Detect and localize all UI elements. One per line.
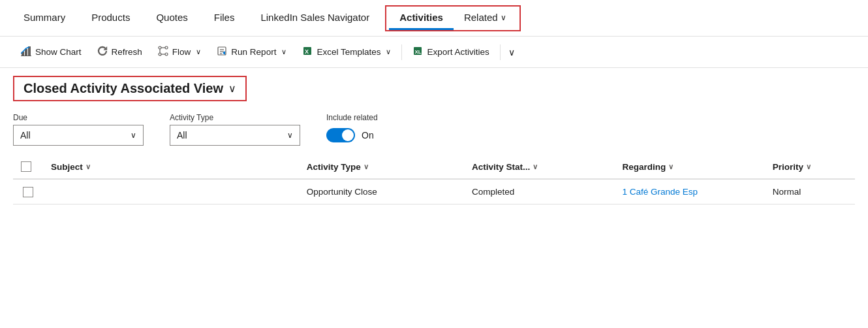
col-header-priority[interactable]: Priority ∨ bbox=[765, 155, 855, 179]
toggle-track bbox=[326, 128, 355, 142]
activity-type-filter-value: All bbox=[177, 130, 187, 140]
tab-products[interactable]: Products bbox=[81, 1, 140, 37]
toggle-on-label: On bbox=[362, 130, 374, 140]
table-header-row: Subject ∨ Activity Type ∨ Activity Stat.… bbox=[13, 155, 855, 179]
include-related-toggle-row: On bbox=[326, 125, 378, 146]
run-report-icon bbox=[217, 46, 227, 58]
activity-type-sort-icon: ∨ bbox=[364, 163, 369, 171]
run-report-button[interactable]: Run Report ∨ bbox=[209, 42, 294, 63]
include-related-group: Include related On bbox=[326, 113, 378, 146]
select-all-checkbox[interactable] bbox=[21, 161, 31, 172]
show-chart-icon bbox=[21, 46, 31, 58]
svg-text:XL: XL bbox=[415, 49, 422, 55]
tab-files[interactable]: Files bbox=[204, 1, 245, 37]
include-related-toggle[interactable] bbox=[326, 128, 355, 142]
svg-text:X: X bbox=[305, 48, 309, 55]
svg-point-7 bbox=[165, 53, 168, 56]
select-all-checkbox-cell[interactable] bbox=[13, 155, 43, 179]
due-filter-group: Due All ∨ bbox=[13, 113, 144, 146]
show-chart-label: Show Chart bbox=[35, 47, 82, 57]
more-options-icon: ∨ bbox=[508, 47, 515, 57]
flow-dropdown-icon: ∨ bbox=[196, 48, 201, 56]
row-subject bbox=[43, 179, 299, 204]
activity-type-filter-group: Activity Type All ∨ bbox=[170, 113, 300, 146]
col-header-activity-type[interactable]: Activity Type ∨ bbox=[299, 155, 464, 179]
view-title-chevron-icon: ∨ bbox=[228, 82, 236, 95]
due-filter-label: Due bbox=[13, 113, 144, 122]
include-related-label: Include related bbox=[326, 113, 378, 122]
show-chart-button[interactable]: Show Chart bbox=[13, 42, 89, 63]
due-filter-select[interactable]: All ∨ bbox=[13, 125, 144, 146]
table-container: Subject ∨ Activity Type ∨ Activity Stat.… bbox=[0, 155, 868, 205]
export-activities-label: Export Activities bbox=[427, 47, 489, 57]
toggle-thumb bbox=[342, 129, 354, 141]
refresh-label: Refresh bbox=[112, 47, 142, 57]
tab-activities[interactable]: Activities bbox=[389, 7, 454, 30]
run-report-label: Run Report bbox=[231, 47, 276, 57]
col-header-subject[interactable]: Subject ∨ bbox=[43, 155, 299, 179]
view-header: Closed Activity Associated View ∨ bbox=[0, 68, 868, 107]
row-activity-status: Completed bbox=[464, 179, 614, 204]
activities-table: Subject ∨ Activity Type ∨ Activity Stat.… bbox=[13, 155, 855, 205]
tab-related[interactable]: Related ∨ bbox=[454, 7, 517, 30]
filters-row: Due All ∨ Activity Type All ∨ Include re… bbox=[0, 107, 868, 155]
tab-linkedin[interactable]: LinkedIn Sales Navigator bbox=[250, 1, 380, 37]
activity-status-sort-icon: ∨ bbox=[533, 163, 538, 171]
flow-icon bbox=[158, 46, 168, 58]
regarding-sort-icon: ∨ bbox=[668, 163, 674, 171]
tab-summary[interactable]: Summary bbox=[13, 1, 76, 37]
col-header-regarding[interactable]: Regarding ∨ bbox=[614, 155, 764, 179]
row-activity-type: Opportunity Close bbox=[299, 179, 464, 204]
excel-templates-label: Excel Templates bbox=[317, 47, 380, 57]
due-filter-chevron-icon: ∨ bbox=[131, 131, 136, 140]
svg-point-6 bbox=[159, 53, 161, 56]
excel-templates-button[interactable]: X Excel Templates ∨ bbox=[294, 42, 399, 63]
col-header-activity-status[interactable]: Activity Stat... ∨ bbox=[464, 155, 614, 179]
more-options-button[interactable]: ∨ bbox=[503, 42, 520, 63]
toolbar-separator-2 bbox=[500, 44, 501, 60]
related-chevron-icon: ∨ bbox=[501, 13, 506, 22]
due-filter-value: All bbox=[20, 130, 31, 140]
row-checkbox[interactable] bbox=[23, 187, 33, 197]
tab-navigation: Summary Products Quotes Files LinkedIn S… bbox=[0, 0, 868, 37]
tab-highlight-box: Activities Related ∨ bbox=[385, 5, 520, 31]
excel-dropdown-icon: ∨ bbox=[386, 48, 391, 56]
flow-label: Flow bbox=[172, 47, 191, 57]
toolbar: Show Chart Refresh Flow ∨ bbox=[0, 37, 868, 68]
view-title-box[interactable]: Closed Activity Associated View ∨ bbox=[13, 76, 247, 101]
svg-point-5 bbox=[165, 46, 168, 49]
export-activities-icon: XL bbox=[412, 46, 423, 58]
activity-type-filter-select[interactable]: All ∨ bbox=[170, 125, 300, 146]
row-priority: Normal bbox=[765, 179, 855, 204]
svg-point-4 bbox=[159, 46, 161, 49]
toolbar-separator bbox=[401, 44, 402, 60]
export-activities-button[interactable]: XL Export Activities bbox=[405, 42, 497, 63]
tab-quotes[interactable]: Quotes bbox=[146, 1, 198, 37]
row-checkbox-cell[interactable] bbox=[13, 179, 43, 204]
subject-sort-icon: ∨ bbox=[85, 163, 91, 171]
activity-type-filter-chevron-icon: ∨ bbox=[287, 131, 293, 140]
run-report-dropdown-icon: ∨ bbox=[281, 48, 287, 56]
excel-templates-icon: X bbox=[302, 46, 313, 58]
flow-button[interactable]: Flow ∨ bbox=[150, 42, 209, 63]
table-row: Opportunity Close Completed 1 Café Grand… bbox=[13, 179, 855, 204]
priority-sort-icon: ∨ bbox=[806, 163, 811, 171]
regarding-link[interactable]: 1 Café Grande Esp bbox=[622, 187, 698, 197]
row-regarding[interactable]: 1 Café Grande Esp bbox=[614, 179, 764, 204]
refresh-icon bbox=[97, 46, 108, 58]
svg-rect-1 bbox=[25, 49, 27, 56]
activity-type-filter-label: Activity Type bbox=[170, 113, 300, 122]
refresh-button[interactable]: Refresh bbox=[89, 42, 150, 63]
view-title: Closed Activity Associated View bbox=[23, 81, 223, 96]
